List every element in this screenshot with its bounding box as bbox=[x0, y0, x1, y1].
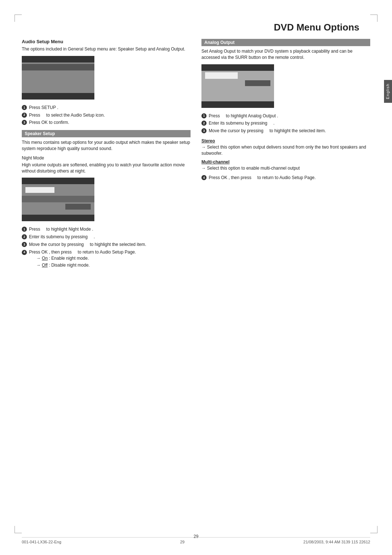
step-number-a3: 3 bbox=[201, 128, 207, 133]
multi-channel-body: → Select this option to enable multi-cha… bbox=[201, 165, 370, 171]
step-number-n4: 4 bbox=[22, 250, 27, 255]
multi-channel-title: Multi-channel bbox=[201, 159, 370, 165]
night-mid-bar bbox=[22, 196, 94, 202]
corner-mark-tr bbox=[370, 15, 377, 22]
step-number-a2: 2 bbox=[201, 121, 207, 126]
step-text-a3: Move the cursor by pressing to highlight… bbox=[209, 128, 370, 134]
step-text-n4: Press OK , then press to return to Audio… bbox=[29, 249, 191, 270]
analog-output-header: Analog Output bbox=[201, 39, 370, 46]
step-text-3: Press OK to confirm. bbox=[29, 119, 191, 126]
speaker-setup-section: Speaker Setup This menu contains setup o… bbox=[22, 130, 191, 270]
step-number-3: 3 bbox=[22, 120, 27, 125]
speaker-setup-body: This menu contains setup options for you… bbox=[22, 139, 191, 152]
sub-item-off: Off : Disable night mode. bbox=[36, 262, 191, 268]
step-item: 4 Press OK , then press to return to Aud… bbox=[22, 249, 191, 270]
step-number-n1: 1 bbox=[22, 227, 27, 232]
step-item: 3 Press OK to confirm. bbox=[22, 119, 191, 126]
footer: 001-041-LX36-22-Eng 29 21/08/2003, 9:44 … bbox=[22, 537, 370, 544]
step-item: 1 Press to highlight Analog Output . bbox=[201, 113, 370, 119]
audio-setup-section: Audio Setup Menu The options included in… bbox=[22, 39, 191, 126]
audio-setup-body: The options included in General Setup me… bbox=[22, 46, 191, 52]
footer-right: 21/08/2003, 9:44 AM 3139 115 22612 bbox=[303, 540, 370, 544]
stereo-section: Stereo → Select this option when output … bbox=[201, 138, 370, 157]
audio-setup-title: Audio Setup Menu bbox=[22, 39, 191, 44]
analog-output-section: Analog Output Set Analog Ouput to match … bbox=[201, 39, 370, 181]
mockup-top-bar bbox=[22, 56, 94, 62]
page-content: DVD Menu Options Audio Setup Menu The op… bbox=[22, 22, 370, 526]
step-number-n2: 2 bbox=[22, 234, 27, 239]
step-number-n3: 3 bbox=[22, 242, 27, 247]
stereo-body: → Select this option when output deliver… bbox=[201, 144, 370, 157]
step-item: 3 Move the cursor by pressing to highlig… bbox=[22, 242, 191, 248]
analog-mid-bar bbox=[245, 80, 270, 86]
analog-white-bar bbox=[205, 72, 238, 79]
step-item: 3 Move the cursor by pressing to highlig… bbox=[201, 128, 370, 134]
multi-channel-section: Multi-channel → Select this option to en… bbox=[201, 159, 370, 171]
step-text-1: Press SETUP . bbox=[29, 105, 191, 111]
step-number-1: 1 bbox=[22, 105, 27, 110]
step-text-a2: Enter its submenu by pressing . bbox=[209, 120, 370, 126]
right-column: Analog Output Set Analog Ouput to match … bbox=[201, 39, 370, 274]
two-column-layout: Audio Setup Menu The options included in… bbox=[22, 39, 370, 274]
analog-top-bar bbox=[201, 64, 274, 71]
step-number-a4: 4 bbox=[201, 175, 207, 180]
step-text-a1: Press to highlight Analog Output . bbox=[209, 113, 370, 119]
left-column: Audio Setup Menu The options included in… bbox=[22, 39, 191, 274]
sub-item-on: On : Enable night mode. bbox=[36, 255, 191, 262]
step-text-a4: Press OK , then press to return to Audio… bbox=[209, 175, 370, 181]
analog-final-steps: 4 Press OK , then press to return to Aud… bbox=[201, 175, 370, 181]
night-top-bar bbox=[22, 178, 94, 184]
step-item: 1 Press SETUP . bbox=[22, 105, 191, 111]
step-number-2: 2 bbox=[22, 113, 27, 118]
night-mode-steps: 1 Press to highlight Night Mode . 2 Ente… bbox=[22, 226, 191, 270]
step-text-n2: Enter its submenu by pressing . bbox=[29, 234, 191, 240]
page-title: DVD Menu Options bbox=[22, 22, 359, 33]
stereo-title: Stereo bbox=[201, 138, 370, 143]
night-mode-title: Night Mode bbox=[22, 155, 191, 161]
mockup-bottom-bar bbox=[22, 93, 94, 100]
step-item: 2 Enter its submenu by pressing . bbox=[201, 120, 370, 126]
speaker-setup-header: Speaker Setup bbox=[22, 130, 191, 137]
analog-output-body: Set Analog Ouput to match your DVD syste… bbox=[201, 48, 370, 61]
english-tab: English bbox=[384, 80, 392, 103]
step-text-n1: Press to highlight Night Mode . bbox=[29, 226, 191, 232]
step-number-a1: 1 bbox=[201, 113, 207, 118]
night-mode-body: High volume outputs are softened, enabli… bbox=[22, 162, 191, 174]
step-item: 2 Press to select the Audio Setup icon. bbox=[22, 112, 191, 118]
footer-left: 001-041-LX36-22-Eng bbox=[22, 540, 61, 544]
screen-mockup-analog bbox=[201, 64, 274, 108]
mockup-mid-bar bbox=[22, 64, 94, 70]
screen-mockup-audio bbox=[22, 56, 94, 100]
screen-mockup-night bbox=[22, 178, 94, 221]
night-bottom-bar bbox=[22, 215, 94, 221]
step-text-2: Press to select the Audio Setup icon. bbox=[29, 112, 191, 118]
step-item: 1 Press to highlight Night Mode . bbox=[22, 226, 191, 232]
night-white-bar bbox=[25, 187, 54, 193]
step-item: 2 Enter its submenu by pressing . bbox=[22, 234, 191, 240]
corner-mark-br bbox=[370, 526, 377, 533]
analog-bottom-bar bbox=[201, 101, 274, 108]
step-text-n3: Move the cursor by pressing to highlight… bbox=[29, 242, 191, 248]
night-mid-bar2 bbox=[65, 204, 91, 210]
analog-steps: 1 Press to highlight Analog Output . 2 E… bbox=[201, 113, 370, 134]
corner-mark-bl bbox=[15, 526, 22, 533]
footer-center-page: 29 bbox=[180, 540, 184, 544]
audio-setup-steps: 1 Press SETUP . 2 Press to select the Au… bbox=[22, 105, 191, 126]
corner-mark-tl bbox=[15, 15, 22, 22]
step-item: 4 Press OK , then press to return to Aud… bbox=[201, 175, 370, 181]
